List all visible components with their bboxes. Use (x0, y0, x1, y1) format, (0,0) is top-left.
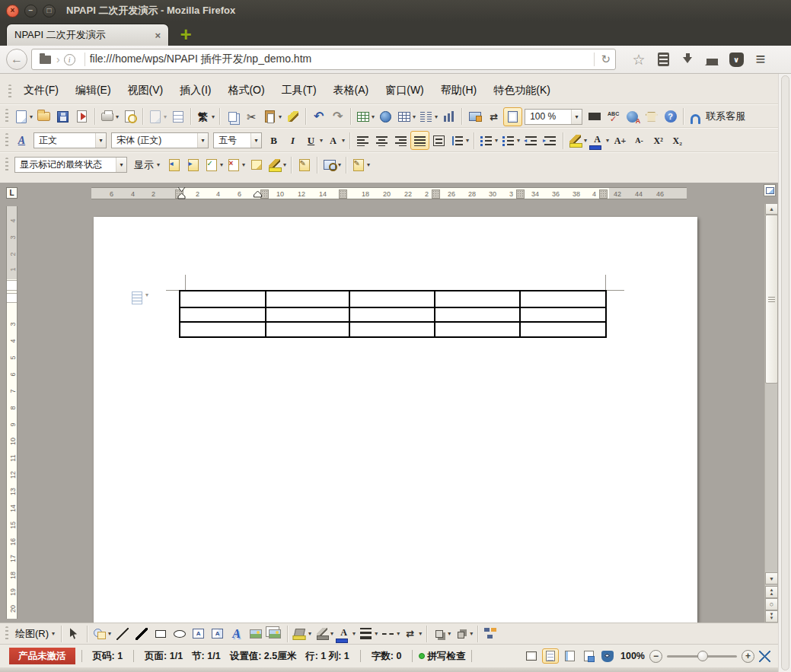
window-maximize-button[interactable]: □ (43, 5, 56, 18)
open-button[interactable] (34, 107, 53, 126)
arrow-style-button[interactable]: ⇄▾ (401, 624, 423, 643)
bookmarks-menu-icon[interactable] (651, 49, 675, 69)
dropdown-icon[interactable]: ▾ (517, 137, 520, 144)
font-size-combo[interactable]: 五号▾ (213, 132, 262, 148)
fit-screen-icon[interactable] (759, 651, 770, 662)
reject-change-button[interactable]: ×▾ (225, 155, 247, 174)
web-layout-view-button[interactable] (561, 648, 578, 664)
browser-tab[interactable]: NPAPI 二次开发演示 × (6, 24, 169, 46)
table-column-handle[interactable] (516, 189, 525, 199)
dropdown-icon[interactable]: ▾ (375, 630, 378, 637)
zoom-slider-thumb[interactable] (697, 651, 708, 661)
align-left-button[interactable] (353, 131, 372, 150)
home-icon[interactable] (700, 49, 724, 69)
dropdown-icon[interactable]: ▾ (308, 630, 311, 637)
spellcheck-status[interactable]: 拼写检查 (419, 650, 465, 663)
rectangle-button[interactable] (151, 624, 170, 643)
select-objects-button[interactable] (65, 624, 84, 643)
dropdown-icon[interactable]: ▾ (342, 137, 345, 144)
next-change-button[interactable]: ▸ (183, 155, 203, 174)
vruler-row-marker[interactable] (7, 280, 17, 291)
word-count-status[interactable]: 字数: 0 (367, 650, 407, 663)
screenshot-button[interactable] (465, 107, 484, 126)
paste-button[interactable]: ▾ (261, 107, 283, 126)
insert-clipart-button[interactable] (265, 624, 284, 643)
sort-button[interactable] (439, 107, 458, 126)
dropdown-icon[interactable]: ▾ (397, 630, 400, 637)
site-info-icon[interactable]: i (64, 54, 75, 65)
line-color-button[interactable]: ▾ (313, 624, 335, 643)
menu-item[interactable]: 表格(A) (325, 81, 378, 100)
reload-icon[interactable]: ↻ (594, 53, 611, 66)
table-cell[interactable] (521, 308, 607, 323)
fill-color-button[interactable]: ▾ (291, 624, 313, 643)
menu-item[interactable]: 工具(T) (273, 81, 325, 100)
previous-page-button[interactable]: ▲▲ (765, 586, 778, 598)
print-preview-button[interactable] (120, 107, 139, 126)
dropdown-icon[interactable]: ▾ (283, 161, 286, 168)
shrink-font-button[interactable]: A- (630, 131, 649, 150)
dropdown-icon[interactable]: ▾ (116, 158, 126, 172)
oval-button[interactable] (170, 624, 189, 643)
tab-stop-selector[interactable]: L (6, 187, 18, 199)
first-line-indent-marker[interactable] (177, 187, 186, 199)
print-button[interactable]: ▾ (98, 107, 120, 126)
tab-close-icon[interactable]: × (155, 30, 161, 41)
insert-document-button[interactable]: ▾ (146, 107, 168, 126)
style-combo[interactable]: 正文▾ (33, 132, 107, 148)
table-cell[interactable] (266, 323, 350, 338)
table-column-handle[interactable] (599, 189, 608, 199)
page-break-button[interactable] (168, 107, 187, 126)
dropdown-icon[interactable]: ▾ (470, 630, 473, 637)
line-spacing-button[interactable]: ▾ (448, 131, 470, 150)
dropdown-icon[interactable]: ▾ (413, 113, 416, 120)
undo-button[interactable]: ↶ (309, 107, 328, 126)
word-art-button[interactable]: A (227, 624, 246, 643)
fullscreen-view-button[interactable] (523, 648, 540, 664)
dropdown-icon[interactable]: ▾ (352, 630, 356, 637)
select-browse-object-button[interactable]: ○ (765, 598, 778, 610)
dash-style-button[interactable]: ▾ (379, 624, 401, 643)
ruler-toggle-icon[interactable] (764, 184, 776, 196)
dropdown-icon[interactable]: ▾ (116, 113, 119, 120)
dropdown-icon[interactable]: ▾ (338, 161, 341, 168)
draw-font-color-button[interactable]: A▾ (335, 624, 357, 643)
toolbar-grip[interactable] (8, 84, 11, 100)
vruler-row-marker[interactable] (7, 293, 17, 303)
table-cell[interactable] (521, 291, 607, 308)
window-minimize-button[interactable]: − (24, 5, 37, 18)
arrow-button[interactable] (132, 624, 151, 643)
font-color-button[interactable]: A▾ (588, 131, 611, 150)
zoom-slider[interactable] (667, 655, 737, 658)
print-layout-view-button[interactable] (542, 648, 559, 664)
document-page[interactable]: ▾ (94, 217, 697, 623)
table-cell[interactable] (350, 291, 435, 308)
page-options-button[interactable]: ▾ (132, 291, 148, 304)
menu-item[interactable]: 编辑(E) (67, 81, 120, 100)
outline-view-button[interactable] (580, 648, 597, 664)
format-painter-button[interactable] (283, 107, 302, 126)
right-indent-marker[interactable] (254, 191, 262, 198)
font-combo[interactable]: 宋体 (正文)▾ (111, 132, 209, 148)
fit-page-button[interactable] (503, 107, 522, 126)
copy-button[interactable] (223, 107, 242, 126)
zoom-combo[interactable]: 100 %▾ (525, 109, 582, 125)
protect-view-button[interactable] (599, 648, 616, 664)
dropdown-icon[interactable]: ▾ (320, 137, 323, 144)
toolbar-grip[interactable] (5, 158, 8, 173)
distribute-button[interactable] (429, 131, 448, 150)
table-cell[interactable] (521, 323, 607, 338)
dropdown-icon[interactable]: ▾ (435, 113, 438, 120)
save-button[interactable] (53, 107, 72, 126)
bold-button[interactable]: B (264, 131, 283, 150)
align-right-button[interactable] (391, 131, 410, 150)
back-button[interactable]: ← (6, 49, 27, 70)
grow-font-button[interactable]: A+ (611, 131, 630, 150)
text-box-button[interactable]: A (189, 624, 208, 643)
dropdown-icon[interactable]: ▾ (95, 133, 106, 148)
compare-documents-button[interactable]: ✎▾ (349, 155, 372, 174)
columns-button[interactable]: ▾ (417, 107, 439, 126)
previous-change-button[interactable]: ◂ (164, 155, 183, 174)
new-document-button[interactable]: ▾ (12, 107, 34, 126)
activation-badge[interactable]: 产品未激活 (9, 648, 75, 664)
